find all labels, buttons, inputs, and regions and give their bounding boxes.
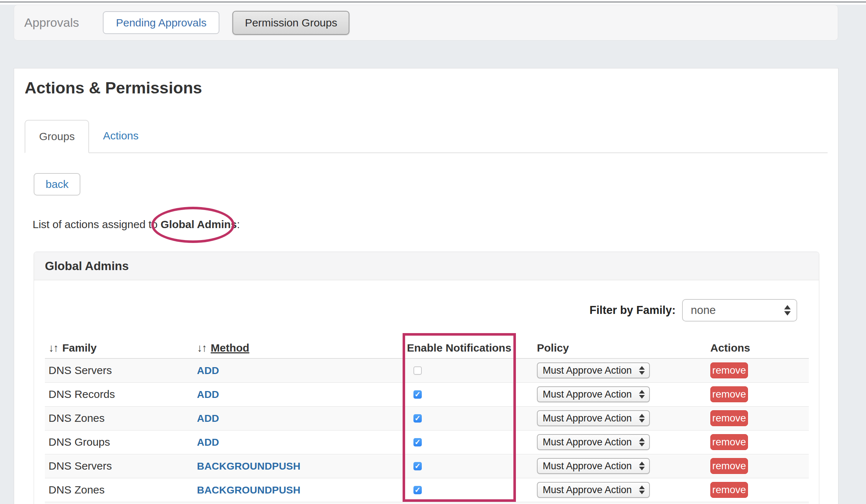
- permission-groups-button[interactable]: Permission Groups: [232, 11, 349, 35]
- select-arrows-icon: [639, 366, 645, 375]
- policy-cell: Must Approve Action: [518, 382, 703, 406]
- select-arrows-icon: [784, 305, 791, 316]
- notification-checkbox[interactable]: ✓: [413, 438, 422, 446]
- remove-button[interactable]: remove: [710, 410, 748, 426]
- policy-value: Must Approve Action: [543, 413, 632, 424]
- notifications-cell: ✓: [407, 454, 518, 478]
- header-method-label: Method: [211, 342, 249, 354]
- select-arrows-icon: [639, 390, 645, 399]
- policy-cell: Must Approve Action: [518, 478, 703, 502]
- policy-select[interactable]: Must Approve Action: [537, 410, 650, 426]
- family-cell: DNS Records: [45, 382, 197, 406]
- family-filter-select[interactable]: none: [682, 299, 797, 322]
- method-link[interactable]: ADD: [197, 389, 219, 400]
- method-cell: BACKGROUNDPUSH: [197, 454, 407, 478]
- policy-value: Must Approve Action: [543, 389, 632, 400]
- actions-cell: remove: [703, 382, 809, 406]
- table-row: DNS Servers ADD ✓ Must Approve Action re…: [45, 358, 809, 382]
- window-top-edge-line: [0, 1, 866, 3]
- check-icon: ✓: [415, 415, 421, 422]
- policy-value: Must Approve Action: [543, 437, 632, 448]
- family-cell: DNS Servers: [45, 454, 197, 478]
- notification-checkbox[interactable]: ✓: [413, 462, 422, 470]
- policy-select[interactable]: Must Approve Action: [537, 434, 650, 450]
- tab-actions[interactable]: Actions: [89, 119, 152, 152]
- policy-select[interactable]: Must Approve Action: [537, 386, 650, 402]
- check-icon: ✓: [415, 391, 421, 398]
- pending-approvals-button[interactable]: Pending Approvals: [103, 11, 219, 34]
- header-family-label: Family: [62, 342, 97, 354]
- notification-checkbox[interactable]: ✓: [413, 366, 422, 375]
- method-cell: ADD: [197, 430, 407, 454]
- approvals-heading: Approvals: [24, 16, 79, 30]
- policy-value: Must Approve Action: [543, 484, 632, 496]
- notification-checkbox[interactable]: ✓: [413, 390, 422, 399]
- header-family[interactable]: ↓↑Family: [45, 337, 197, 358]
- header-actions: Actions: [703, 337, 809, 358]
- policy-value: Must Approve Action: [543, 365, 632, 376]
- assigned-colon: :: [237, 218, 240, 230]
- actions-cell: remove: [703, 406, 809, 430]
- method-link[interactable]: ADD: [197, 437, 219, 448]
- actions-cell: remove: [703, 478, 809, 502]
- notifications-cell: ✓: [407, 430, 518, 454]
- policy-select[interactable]: Must Approve Action: [537, 362, 650, 378]
- group-panel-header: Global Admins: [34, 252, 819, 280]
- remove-button[interactable]: remove: [710, 434, 748, 450]
- remove-button[interactable]: remove: [710, 386, 748, 402]
- family-cell: DNS Servers: [45, 358, 197, 382]
- table-row: DNS Servers BACKGROUNDPUSH ✓ Must Approv…: [45, 454, 809, 478]
- family-filter-label: Filter by Family:: [589, 304, 676, 317]
- assigned-prefix: List of actions assigned to: [33, 218, 161, 230]
- actions-cell: remove: [703, 358, 809, 382]
- notification-checkbox[interactable]: ✓: [413, 414, 422, 423]
- method-link[interactable]: BACKGROUNDPUSH: [197, 484, 300, 496]
- approvals-toolbar: Approvals Pending Approvals Permission G…: [14, 5, 838, 41]
- method-cell: ADD: [197, 406, 407, 430]
- tab-bar: Groups Actions: [25, 120, 828, 153]
- family-cell: DNS Zones: [45, 478, 197, 502]
- back-button[interactable]: back: [34, 173, 80, 196]
- check-icon: ✓: [415, 462, 421, 470]
- check-icon: ✓: [415, 438, 421, 446]
- select-arrows-icon: [639, 462, 645, 470]
- family-filter-row: Filter by Family: none: [589, 299, 797, 322]
- header-policy: Policy: [518, 337, 703, 358]
- select-arrows-icon: [639, 486, 645, 494]
- family-cell: DNS Zones: [45, 406, 197, 430]
- notification-checkbox[interactable]: ✓: [413, 486, 422, 494]
- method-link[interactable]: ADD: [197, 413, 219, 424]
- policy-cell: Must Approve Action: [518, 430, 703, 454]
- check-icon: ✓: [415, 486, 421, 494]
- policy-select[interactable]: Must Approve Action: [537, 482, 650, 498]
- group-panel-title: Global Admins: [45, 259, 129, 273]
- table-row: DNS Zones BACKGROUNDPUSH ✓ Must Approve …: [45, 478, 809, 502]
- notifications-cell: ✓: [407, 478, 518, 502]
- actions-table-wrap: ↓↑Family ↓↑Method Enable Notifications P…: [45, 337, 809, 504]
- method-cell: ADD: [197, 358, 407, 382]
- method-link[interactable]: ADD: [197, 365, 219, 376]
- sort-icon: ↓↑: [197, 342, 206, 354]
- header-method[interactable]: ↓↑Method: [197, 337, 407, 358]
- method-cell: BACKGROUNDPUSH: [197, 478, 407, 502]
- remove-button[interactable]: remove: [710, 482, 748, 498]
- policy-cell: Must Approve Action: [518, 454, 703, 478]
- select-arrows-icon: [639, 438, 645, 446]
- remove-button[interactable]: remove: [710, 458, 748, 474]
- header-enable-notifications: Enable Notifications: [407, 337, 518, 358]
- method-link[interactable]: BACKGROUNDPUSH: [197, 461, 300, 472]
- tab-groups[interactable]: Groups: [25, 120, 89, 153]
- method-cell: ADD: [197, 382, 407, 406]
- page-title: Actions & Permissions: [25, 79, 202, 97]
- policy-cell: Must Approve Action: [518, 406, 703, 430]
- assigned-group-name: Global Admins: [161, 218, 237, 230]
- table-row: DNS Groups ADD ✓ Must Approve Action rem…: [45, 430, 809, 454]
- actions-cell: remove: [703, 454, 809, 478]
- remove-button[interactable]: remove: [710, 362, 748, 378]
- select-arrows-icon: [639, 414, 645, 423]
- policy-select[interactable]: Must Approve Action: [537, 458, 650, 474]
- actions-cell: remove: [703, 430, 809, 454]
- policy-cell: Must Approve Action: [518, 358, 703, 382]
- assigned-actions-text: List of actions assigned to Global Admin…: [33, 218, 240, 231]
- family-cell: DNS Groups: [45, 430, 197, 454]
